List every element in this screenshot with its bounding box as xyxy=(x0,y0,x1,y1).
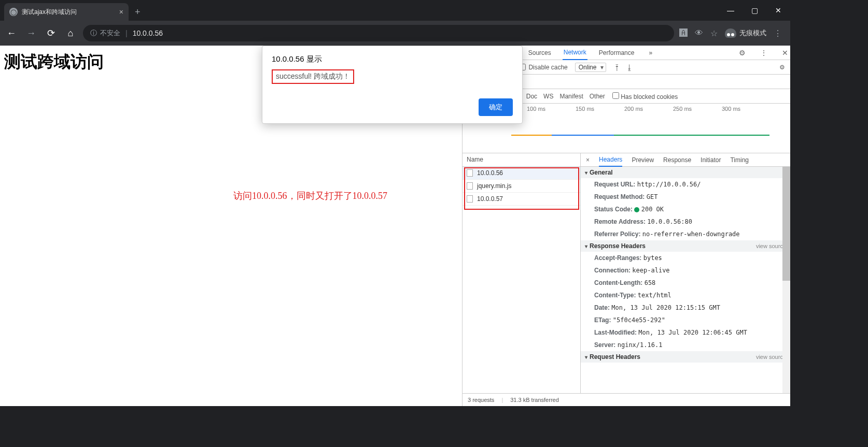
js-alert-dialog: 10.0.0.56 显示 successful! 跨域成功！ 确定 xyxy=(262,46,523,124)
maximize-button[interactable]: ▢ xyxy=(743,0,766,21)
divider: | xyxy=(125,29,128,37)
translate-icon[interactable]: 🅰 xyxy=(679,28,688,38)
request-list: Name 10.0.0.56 jquery.min.js 10.0.0.57 xyxy=(463,153,581,393)
network-settings-icon[interactable]: ⚙ xyxy=(779,64,785,71)
close-detail-icon[interactable]: × xyxy=(586,156,590,164)
incognito-icon xyxy=(725,28,736,38)
request-row[interactable]: 10.0.0.57 xyxy=(463,193,580,206)
kv-connection: Connection: keep-alive xyxy=(581,264,790,277)
request-detail: × Headers Preview Response Initiator Tim… xyxy=(581,153,790,393)
tick: 150 ms xyxy=(576,106,624,112)
subtab-timing[interactable]: Timing xyxy=(730,154,749,166)
filter-manifest[interactable]: Manifest xyxy=(559,93,583,100)
tick: 300 ms xyxy=(722,106,771,112)
eye-off-icon[interactable]: 👁 xyxy=(695,28,703,38)
browser-tab[interactable]: ◯ 测试ajax和跨域访问 × xyxy=(4,3,129,21)
toolbar-right: 🅰 👁 ☆ 无痕模式 ⋮ xyxy=(679,28,786,38)
document-icon xyxy=(467,182,473,190)
alert-message: successful! 跨域成功！ xyxy=(272,69,354,84)
kebab-menu-icon[interactable]: ⋮ xyxy=(774,28,782,38)
window-titlebar: ◯ 测试ajax和跨域访问 × + — ▢ ✕ xyxy=(0,0,790,21)
alert-ok-button[interactable]: 确定 xyxy=(479,98,513,116)
kv-accept-ranges: Accept-Ranges: bytes xyxy=(581,252,790,264)
kv-date: Date: Mon, 13 Jul 2020 12:15:15 GMT xyxy=(581,301,790,314)
upload-har-icon[interactable]: ⭱ xyxy=(613,63,621,71)
network-main: Name 10.0.0.56 jquery.min.js 10.0.0.57 ×… xyxy=(463,153,790,394)
close-devtools-icon[interactable]: ✕ xyxy=(780,49,790,57)
new-tab-button[interactable]: + xyxy=(135,7,141,18)
kv-referrer: Referrer Policy: no-referrer-when-downgr… xyxy=(581,228,790,240)
section-general[interactable]: General xyxy=(581,167,790,178)
timeline-segment xyxy=(614,135,769,136)
scrollbar-thumb[interactable] xyxy=(782,167,790,281)
tick: 250 ms xyxy=(673,106,722,112)
download-har-icon[interactable]: ⭳ xyxy=(626,63,633,71)
timeline-segment xyxy=(511,135,552,136)
filter-other[interactable]: Other xyxy=(590,93,605,100)
document-icon xyxy=(467,169,473,177)
detail-tabs: × Headers Preview Response Initiator Tim… xyxy=(581,153,790,167)
globe-icon: ◯ xyxy=(9,8,18,16)
kv-request-url: Request URL: http://10.0.0.56/ xyxy=(581,178,790,191)
kv-remote: Remote Address: 10.0.0.56:80 xyxy=(581,215,790,228)
kv-method: Request Method: GET xyxy=(581,191,790,203)
forward-button[interactable]: → xyxy=(24,28,38,39)
bookmark-star-icon[interactable]: ☆ xyxy=(710,28,718,38)
request-list-header: Name xyxy=(463,153,580,167)
subtab-initiator[interactable]: Initiator xyxy=(701,154,721,166)
view-source-link[interactable]: view source xyxy=(756,354,786,360)
disable-cache-checkbox[interactable]: Disable cache xyxy=(519,64,567,71)
viewport: 测试跨域访问 访问10.0.0.56，同时又打开了10.0.0.57 10.0.… xyxy=(0,46,790,406)
kv-etag: ETag: "5f0c4e55-292" xyxy=(581,314,790,326)
window-controls: — ▢ ✕ xyxy=(719,0,790,21)
filter-ws[interactable]: WS xyxy=(543,93,553,100)
back-button[interactable]: ← xyxy=(4,28,19,39)
address-bar[interactable]: ⓘ 不安全 | 10.0.0.56 xyxy=(83,25,674,41)
network-status-bar: 3 requests | 31.3 kB transferred xyxy=(463,394,790,406)
section-request-headers[interactable]: Request Headersview source xyxy=(581,351,790,363)
scrollbar[interactable] xyxy=(782,167,790,393)
minimize-button[interactable]: — xyxy=(719,0,743,21)
request-row[interactable]: 10.0.0.56 xyxy=(463,167,580,180)
subtab-response[interactable]: Response xyxy=(663,154,691,166)
section-response-headers[interactable]: Response Headersview source xyxy=(581,240,790,252)
info-icon: ⓘ xyxy=(90,28,97,38)
close-tab-icon[interactable]: × xyxy=(119,8,123,16)
annotation-text: 访问10.0.0.56，同时又打开了10.0.0.57 xyxy=(233,190,387,202)
home-button[interactable]: ⌂ xyxy=(63,28,78,39)
document-icon xyxy=(467,195,473,203)
has-blocked-cookies-checkbox[interactable]: Has blocked cookies xyxy=(612,92,678,100)
status-dot-icon xyxy=(634,207,639,212)
view-source-link[interactable]: view source xyxy=(756,243,786,249)
incognito-indicator: 无痕模式 xyxy=(725,28,766,38)
kv-content-length: Content-Length: 658 xyxy=(581,277,790,289)
url-text: 10.0.0.56 xyxy=(133,29,163,37)
more-tabs-icon[interactable]: » xyxy=(646,49,655,56)
subtab-headers[interactable]: Headers xyxy=(599,153,622,167)
kv-server: Server: nginx/1.16.1 xyxy=(581,339,790,351)
status-transferred: 31.3 kB transferred xyxy=(510,397,559,403)
alert-title: 10.0.0.56 显示 xyxy=(272,54,513,64)
kv-status: Status Code: 200 OK xyxy=(581,203,790,215)
kv-last-modified: Last-Modified: Mon, 13 Jul 2020 12:06:45… xyxy=(581,326,790,339)
request-row[interactable]: jquery.min.js xyxy=(463,180,580,193)
throttling-select[interactable]: Online xyxy=(575,63,607,72)
reload-button[interactable]: ⟳ xyxy=(44,27,58,39)
tab-sources[interactable]: Sources xyxy=(527,46,552,60)
toolbar: ← → ⟳ ⌂ ⓘ 不安全 | 10.0.0.56 🅰 👁 ☆ 无痕模式 ⋮ xyxy=(0,21,790,46)
security-indicator[interactable]: ⓘ 不安全 xyxy=(90,28,120,38)
gear-icon[interactable]: ⚙ xyxy=(737,49,748,57)
tab-title: 测试ajax和跨域访问 xyxy=(22,8,77,17)
tick: 200 ms xyxy=(624,106,673,112)
filter-doc[interactable]: Doc xyxy=(526,93,537,100)
subtab-preview[interactable]: Preview xyxy=(632,154,654,166)
web-page: 测试跨域访问 访问10.0.0.56，同时又打开了10.0.0.57 10.0.… xyxy=(0,46,462,406)
tab-network[interactable]: Network xyxy=(563,46,587,60)
tick: 100 ms xyxy=(527,106,576,112)
tab-performance[interactable]: Performance xyxy=(598,46,636,60)
kv-content-type: Content-Type: text/html xyxy=(581,289,790,301)
timeline-segment xyxy=(552,135,614,136)
status-requests: 3 requests xyxy=(468,397,494,403)
kebab-icon[interactable]: ⋮ xyxy=(758,49,769,57)
close-window-button[interactable]: ✕ xyxy=(766,0,790,21)
